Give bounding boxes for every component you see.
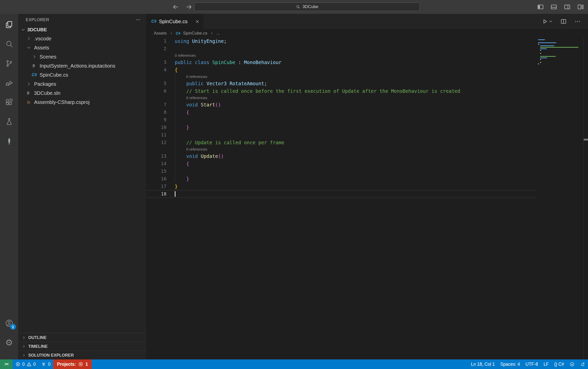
line-number: 18 (146, 190, 166, 198)
breadcrumb-symbol[interactable]: ... (216, 31, 220, 36)
token: class (195, 60, 209, 65)
tree-item-assembly-csharp-csproj[interactable]: Assembly-CSharp.csproj (18, 98, 146, 107)
toggle-panel-icon[interactable] (550, 4, 557, 10)
cursor-position-status[interactable]: Ln 18, Col 1 (468, 359, 497, 369)
breadcrumb-file[interactable]: SpinCube.cs (183, 31, 207, 36)
search-value: 3DCube (303, 4, 318, 9)
ports-status[interactable]: 0 (38, 359, 53, 369)
chevron-down-icon[interactable] (549, 19, 553, 23)
tree-item-spincube-cs[interactable]: C#SpinCube.cs (18, 70, 146, 79)
more-actions-icon[interactable] (574, 18, 581, 25)
editor-actions (535, 14, 588, 29)
indentation-status[interactable]: Spaces: 4 (497, 359, 523, 369)
eol-status[interactable]: LF (541, 359, 551, 369)
close-tab-icon[interactable] (195, 19, 200, 24)
codelens[interactable]: 0 references (146, 95, 537, 101)
tree-item-scenes[interactable]: Scenes (18, 52, 146, 61)
activity-item-run-debug[interactable] (3, 77, 15, 88)
code-line-13[interactable]: 13 void Update() (146, 152, 537, 160)
remote-indicator[interactable]: >< (0, 359, 13, 369)
chev-r-icon (26, 81, 32, 87)
line-number: 3 (146, 59, 166, 66)
activity-item-mongodb[interactable] (3, 135, 15, 147)
token: Update (201, 153, 218, 159)
tree-item-assets[interactable]: Assets (18, 43, 146, 52)
minimap[interactable] (537, 39, 583, 72)
csharp-extension-status[interactable]: C# (567, 359, 577, 369)
codelens-label[interactable]: 0 references (186, 146, 207, 152)
settings-icon: ⚙ (5, 338, 13, 347)
token (192, 60, 195, 65)
code-line-14[interactable]: 14 { (146, 160, 537, 167)
activity-item-testing[interactable] (3, 116, 15, 127)
more-actions-icon[interactable] (135, 17, 141, 22)
codelens[interactable]: 0 references (146, 52, 537, 59)
codelens-label[interactable]: 0 references (175, 52, 196, 59)
tab-label: SpinCube.cs (159, 19, 187, 24)
language-mode-status[interactable]: {} C# (551, 359, 567, 369)
tree-item-3dcube-sln[interactable]: 3DCube.sln (18, 89, 146, 98)
remote-icon: >< (5, 362, 8, 366)
projects-error-status[interactable]: Projects: 1 (53, 359, 92, 369)
activity-item-accounts[interactable]: 1 (3, 318, 15, 329)
code-line-5[interactable]: 5 public Vector3 RotateAmount; (146, 80, 537, 87)
code-line-8[interactable]: 8 { (146, 108, 537, 116)
split-editor-icon[interactable] (560, 18, 567, 25)
tab-spincube[interactable]: C# SpinCube.cs (146, 14, 203, 29)
activity-bar-top (3, 19, 15, 155)
overview-ruler-cursor-marker (584, 139, 588, 140)
activity-item-source-control[interactable] (3, 58, 15, 69)
code-line-11[interactable]: 11 (146, 131, 537, 139)
tree-item-packages[interactable]: Packages (18, 79, 146, 89)
chevron-down-icon (21, 27, 26, 32)
codelens[interactable]: 0 references (146, 146, 537, 152)
tree-root-3dcube[interactable]: 3DCUBE (18, 25, 146, 34)
forward-icon[interactable] (186, 4, 192, 10)
panel-timeline[interactable]: TIMELINE (18, 342, 146, 351)
code-line-15[interactable]: 15 (146, 167, 537, 175)
back-icon[interactable] (172, 4, 179, 10)
code-line-18[interactable]: 18 (146, 190, 537, 198)
activity-item-extensions[interactable] (3, 97, 15, 108)
title-bar: 3DCube (0, 0, 588, 14)
code-line-10[interactable]: 10 } (146, 124, 537, 131)
codelens-label[interactable]: 0 references (186, 74, 207, 80)
source-control-icon (5, 59, 14, 68)
code-line-9[interactable]: 9 (146, 116, 537, 124)
code-line-12[interactable]: 12 // Update is called once per frame (146, 139, 537, 146)
run-button[interactable] (542, 18, 553, 25)
panel-outline[interactable]: OUTLINE (18, 333, 146, 342)
panel-solution-explorer[interactable]: SOLUTION EXPLORER (18, 351, 146, 359)
code-line-3[interactable]: 3public class SpinCube : MonoBehaviour (146, 59, 537, 66)
line-content: { (166, 108, 189, 116)
customize-layout-icon[interactable] (577, 4, 584, 10)
activity-item-explorer[interactable] (3, 19, 15, 30)
status-bar: >< 0 0 0 Projects: 1 Ln 18, Col 1 Spaces… (0, 359, 588, 369)
codelens[interactable]: 0 references (146, 74, 537, 80)
code-editor[interactable]: 1using UnityEngine;20 references3public … (146, 37, 588, 359)
token: : (235, 60, 244, 65)
notifications-status[interactable] (577, 359, 588, 369)
activity-item-search[interactable] (3, 38, 15, 49)
code-line-7[interactable]: 7 void Start() (146, 101, 537, 108)
line-content: { (166, 160, 189, 167)
toggle-secondary-sidebar-icon[interactable] (564, 4, 571, 10)
tree-item--vscode[interactable]: .vscode (18, 34, 146, 43)
code-line-4[interactable]: 4{ (146, 66, 537, 74)
code-line-1[interactable]: 1using UnityEngine; (146, 37, 537, 45)
code-line-17[interactable]: 17} (146, 183, 537, 190)
tree-item-inputsystem-actions-inputactions[interactable]: InputSystem_Actions.inputactions (18, 61, 146, 70)
code-line-16[interactable]: 16 } (146, 175, 537, 183)
warning-icon (26, 362, 32, 367)
toggle-sidebar-icon[interactable] (537, 4, 544, 10)
problems-status[interactable]: 0 0 (13, 359, 38, 369)
breadcrumb-assets[interactable]: Assets (154, 31, 167, 36)
code-line-2[interactable]: 2 (146, 45, 537, 52)
run-debug-icon (5, 78, 14, 87)
encoding-status[interactable]: UTF-8 (523, 359, 541, 369)
command-center-search[interactable]: 3DCube (194, 3, 420, 11)
code-line-6[interactable]: 6 // Start is called once before the fir… (146, 87, 537, 95)
codelens-label[interactable]: 0 references (186, 95, 207, 101)
activity-item-settings[interactable]: ⚙ (3, 337, 15, 348)
token: Start (201, 102, 215, 107)
